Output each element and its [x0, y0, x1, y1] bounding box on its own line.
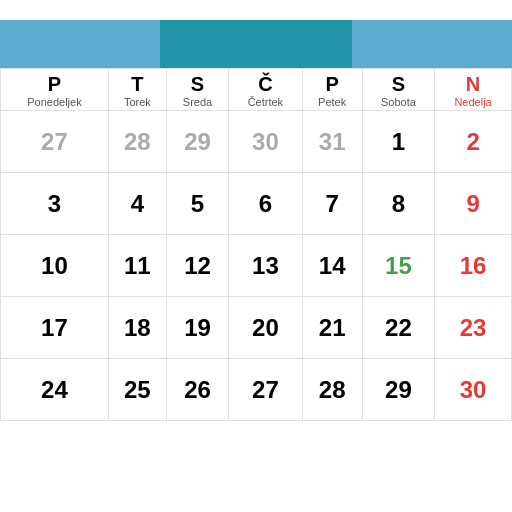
day-name-0: Ponedeljek: [3, 96, 106, 108]
calendar-day-cell[interactable]: 30: [229, 111, 302, 173]
calendar-day-cell[interactable]: 31: [302, 111, 362, 173]
weekday-header-cell-1: TTorek: [108, 69, 166, 111]
day-letter-0: P: [3, 73, 106, 96]
calendar-day-cell[interactable]: 27: [229, 359, 302, 421]
calendar-day-cell[interactable]: 27: [1, 111, 109, 173]
calendar-day-cell[interactable]: 6: [229, 173, 302, 235]
prev-month-button[interactable]: [0, 20, 160, 68]
calendar-table: PPonedeljekTTorekSSredaČČetrtekPPetekSSo…: [0, 68, 512, 421]
day-letter-1: T: [111, 73, 164, 96]
calendar-day-cell[interactable]: 23: [435, 297, 512, 359]
day-letter-2: S: [169, 73, 226, 96]
day-name-4: Petek: [305, 96, 360, 108]
app-header: [0, 0, 512, 20]
calendar-week-row-0: 272829303112: [1, 111, 512, 173]
calendar-week-row-1: 3456789: [1, 173, 512, 235]
calendar-day-cell[interactable]: 5: [166, 173, 228, 235]
calendar-day-cell[interactable]: 7: [302, 173, 362, 235]
day-name-2: Sreda: [169, 96, 226, 108]
calendar-day-cell[interactable]: 11: [108, 235, 166, 297]
calendar-week-row-2: 10111213141516: [1, 235, 512, 297]
day-letter-6: N: [437, 73, 509, 96]
calendar-day-cell[interactable]: 15: [362, 235, 434, 297]
calendar-day-cell[interactable]: 29: [166, 111, 228, 173]
calendar-day-cell[interactable]: 10: [1, 235, 109, 297]
day-name-6: Nedelja: [437, 96, 509, 108]
weekday-header-cell-4: PPetek: [302, 69, 362, 111]
weekday-header-cell-5: SSobota: [362, 69, 434, 111]
day-letter-3: Č: [231, 73, 299, 96]
calendar-day-cell[interactable]: 21: [302, 297, 362, 359]
calendar-day-cell[interactable]: 30: [435, 359, 512, 421]
calendar-week-row-4: 24252627282930: [1, 359, 512, 421]
day-name-3: Četrtek: [231, 96, 299, 108]
day-letter-4: P: [305, 73, 360, 96]
calendar-day-cell[interactable]: 17: [1, 297, 109, 359]
weekday-header-cell-2: SSreda: [166, 69, 228, 111]
calendar-day-cell[interactable]: 29: [362, 359, 434, 421]
calendar-day-cell[interactable]: 1: [362, 111, 434, 173]
calendar-day-cell[interactable]: 9: [435, 173, 512, 235]
weekday-header-cell-0: PPonedeljek: [1, 69, 109, 111]
calendar-day-cell[interactable]: 20: [229, 297, 302, 359]
calendar-day-cell[interactable]: 19: [166, 297, 228, 359]
day-letter-5: S: [365, 73, 432, 96]
day-name-1: Torek: [111, 96, 164, 108]
calendar-body: 2728293031123456789101112131415161718192…: [1, 111, 512, 421]
current-month-button[interactable]: [160, 20, 352, 68]
day-name-5: Sobota: [365, 96, 432, 108]
calendar-day-cell[interactable]: 18: [108, 297, 166, 359]
calendar-day-cell[interactable]: 26: [166, 359, 228, 421]
calendar-day-cell[interactable]: 3: [1, 173, 109, 235]
weekday-header-cell-6: NNedelja: [435, 69, 512, 111]
calendar-day-cell[interactable]: 24: [1, 359, 109, 421]
calendar-day-cell[interactable]: 14: [302, 235, 362, 297]
calendar-day-cell[interactable]: 4: [108, 173, 166, 235]
calendar-day-cell[interactable]: 25: [108, 359, 166, 421]
nav-row: [0, 20, 512, 68]
calendar-day-cell[interactable]: 2: [435, 111, 512, 173]
weekday-header-cell-3: ČČetrtek: [229, 69, 302, 111]
calendar-day-cell[interactable]: 16: [435, 235, 512, 297]
next-month-button[interactable]: [352, 20, 512, 68]
calendar-day-cell[interactable]: 28: [302, 359, 362, 421]
calendar-day-cell[interactable]: 8: [362, 173, 434, 235]
weekday-header-row: PPonedeljekTTorekSSredaČČetrtekPPetekSSo…: [1, 69, 512, 111]
calendar-day-cell[interactable]: 22: [362, 297, 434, 359]
calendar-week-row-3: 17181920212223: [1, 297, 512, 359]
calendar-day-cell[interactable]: 13: [229, 235, 302, 297]
calendar-day-cell[interactable]: 12: [166, 235, 228, 297]
calendar-day-cell[interactable]: 28: [108, 111, 166, 173]
